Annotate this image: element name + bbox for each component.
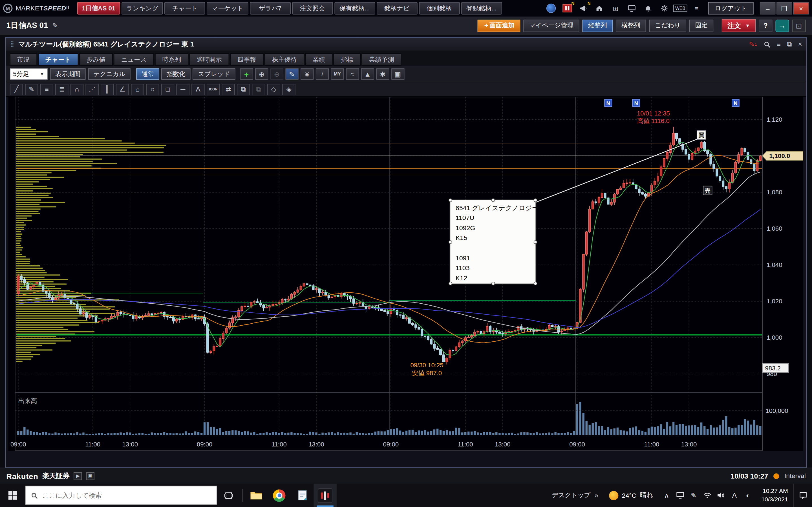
desktop-toolbar[interactable]: デスクトップ » [547,484,604,507]
arrange-button-2[interactable]: こだわり [649,19,686,32]
price-lines-tool-icon[interactable]: ≣ [55,83,68,95]
yen-scale-icon[interactable]: ¥ [301,68,313,79]
display-period-button[interactable]: 表示期間 [50,68,86,79]
support-link-icon[interactable]: → [775,19,789,32]
selection-handle[interactable] [534,282,538,285]
chrome-icon[interactable] [268,484,291,507]
icon-stamp-tool-icon[interactable]: ICON [207,83,220,95]
home-icon[interactable] [593,3,606,14]
draw-badge-icon[interactable]: ✎1 [749,40,757,48]
top-tab-2[interactable]: チャート [165,2,205,14]
content-tab-1[interactable]: チャート [38,53,78,66]
rectangle-tool-icon[interactable]: □ [161,83,174,95]
tray-chevron-up-icon[interactable]: ∧ [663,492,670,499]
top-tab-6[interactable]: 保有銘柄... [335,2,375,14]
top-tab-1[interactable]: ランキング [121,2,163,14]
arrange-button-0[interactable]: 縦整列 [582,19,613,32]
mode-button-2[interactable]: スプレッド [193,68,236,79]
main-menu-icon[interactable]: ≡ [690,3,703,14]
price-chart[interactable]: 1,1201,1001,0801,0601,0401,0201,00098009… [8,97,803,450]
marketspeed-taskbar-icon[interactable] [313,484,336,507]
selection-handle[interactable] [491,282,495,285]
selection-handle[interactable] [534,240,538,244]
start-button[interactable] [0,484,25,507]
print-icon[interactable]: ▣ [391,68,404,79]
edit-title-icon[interactable]: ✎ [52,22,58,30]
minimize-button[interactable]: – [760,2,776,14]
my-chart-icon[interactable]: MY [331,68,344,79]
logout-button[interactable]: ログアウト [708,2,754,14]
notes-app-icon[interactable] [291,484,313,507]
mountain-chart-icon[interactable]: ▲ [361,68,374,79]
pentagon-tool-icon[interactable]: ⌂ [131,83,144,95]
help-button[interactable]: ? [759,19,772,32]
technical-button[interactable]: テクニカル [88,68,131,79]
horizontal-lines-tool-icon[interactable]: ≡ [40,83,53,95]
arrange-button-3[interactable]: 固定 [689,19,713,32]
window-menu-icon[interactable]: ≡ [777,40,781,48]
content-tab-7[interactable]: 株主優待 [264,53,304,66]
top-tab-3[interactable]: マーケット [207,2,248,14]
ime-language-icon[interactable]: A [730,492,739,499]
mypage-manage-button[interactable]: マイページ管理 [523,19,579,32]
clear-all-tool-icon[interactable]: ◈ [282,83,295,95]
mode-button-1[interactable]: 指数化 [161,68,191,79]
search-input[interactable] [42,492,199,499]
selection-handle[interactable] [491,198,495,202]
market-globe-icon[interactable] [545,3,557,14]
chart-annotation-box[interactable]: 6541 グレイステクノロジー1107U1092GK15 10911103K12 [450,200,536,284]
restore-button[interactable]: ❐ [776,2,792,14]
web-link-icon[interactable]: WEB [674,3,687,14]
content-tab-3[interactable]: ニュース [114,53,154,66]
tray-network-icon[interactable] [703,492,711,499]
top-tab-0[interactable]: 1日信AS 01 [77,2,120,14]
eraser-tool-icon[interactable]: ◇ [267,83,280,95]
selection-handle[interactable] [449,198,452,202]
top-tab-9[interactable]: 登録銘柄... [461,2,502,14]
content-tab-8[interactable]: 業績 [305,53,333,66]
flip-tool-icon[interactable]: ⇄ [222,83,235,95]
layout-window-icon[interactable]: ⊡ [792,19,806,32]
content-tab-5[interactable]: 適時開示 [190,53,229,66]
settings-gear-icon[interactable] [658,3,670,14]
mode-button-0[interactable]: 通常 [137,68,159,79]
window-title-bar[interactable]: ⣿ マルチツール(個別銘柄) 6541 グレイステクノロジー 東 1 ✎1 ≡ … [6,38,806,51]
zoom-out-icon[interactable]: ⊖ [270,68,283,79]
angle-tool-icon[interactable]: ∠ [116,83,129,95]
weather-widget[interactable]: 24°C 晴れ [604,484,659,507]
arc-tool-icon[interactable]: ∩ [70,83,84,95]
content-tab-9[interactable]: 指標 [334,53,361,66]
tray-monitor-icon[interactable] [676,492,684,499]
vertical-lines-tool-icon[interactable]: ║ [101,83,114,95]
top-tab-8[interactable]: 個別銘柄 [419,2,459,14]
megaphone-icon[interactable]: N [577,3,589,14]
interval-select[interactable]: 5分足▼ [10,68,47,79]
tray-pen-icon[interactable]: ✎ [690,492,698,499]
ellipse-tool-icon[interactable]: ○ [146,83,159,95]
ticker-play-icon[interactable]: ▶ [73,472,82,480]
search-symbol-icon[interactable] [763,41,770,48]
content-tab-10[interactable]: 業績予測 [362,53,402,66]
marker-pen-tool-icon[interactable]: ✎ [25,83,38,95]
duplicate-window-icon[interactable]: ⧉ [787,40,792,48]
close-window-icon[interactable]: × [798,40,802,48]
wave-indicator-icon[interactable]: ≈ [346,68,359,79]
ticker-panel-icon[interactable]: ▣ [86,472,95,480]
selection-handle[interactable] [534,198,538,202]
paste-tool-icon[interactable]: ⧉ [252,83,265,95]
content-tab-6[interactable]: 四季報 [230,53,263,66]
monitor-share-icon[interactable] [625,3,638,14]
order-button[interactable]: 注文▼ [722,19,756,32]
ime-mode-icon[interactable]: ◐ [744,492,752,499]
top-tab-7[interactable]: 銘柄ナビ [377,2,417,14]
text-tool-icon[interactable]: A [192,83,204,95]
action-center-icon[interactable] [793,484,812,507]
tray-volume-icon[interactable] [717,492,725,499]
info-icon[interactable]: i [315,68,328,79]
taskbar-search[interactable] [25,486,217,505]
trendline-tool-icon[interactable]: ╱ [10,83,23,95]
channel-tool-icon[interactable]: ⋰ [86,83,99,95]
task-view-button[interactable] [217,484,240,507]
content-tab-0[interactable]: 市況 [10,53,37,66]
crosshair-add-icon[interactable]: + [240,68,253,79]
